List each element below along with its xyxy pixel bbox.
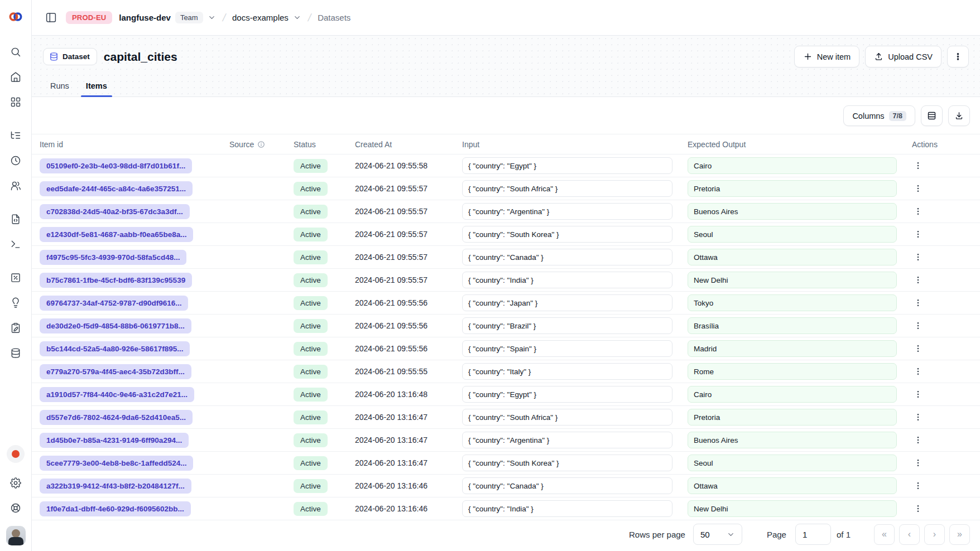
rows-per-page-select[interactable]: 50 <box>693 524 742 545</box>
table-row[interactable]: d557e7d6-7802-4624-9da6-52d410ea5... Act… <box>32 406 980 429</box>
table-row[interactable]: 1f0e7da1-dbff-4e60-929d-f6095602bb... Ac… <box>32 497 980 520</box>
table-row[interactable]: e12430df-5e81-4687-aabb-f0ea65be8a... Ac… <box>32 223 980 246</box>
input-cell[interactable]: { "country": "Brazil" } <box>462 317 672 334</box>
expected-output-cell[interactable]: New Delhi <box>688 500 897 517</box>
input-cell[interactable]: { "country": "South Africa" } <box>462 180 672 197</box>
export-download-button[interactable] <box>948 105 970 126</box>
item-id-link[interactable]: de30d2e0-f5d9-4854-88b6-0619771b8... <box>40 318 191 334</box>
users-icon[interactable] <box>4 173 27 198</box>
playground-terminal-icon[interactable] <box>4 231 27 257</box>
input-cell[interactable]: { "country": "Japan" } <box>462 294 672 311</box>
columns-button[interactable]: Columns 7/8 <box>843 105 915 126</box>
row-actions-button[interactable] <box>910 226 926 242</box>
recording-indicator[interactable] <box>7 445 25 463</box>
expected-output-cell[interactable]: Cairo <box>688 386 897 403</box>
expected-output-cell[interactable]: Seoul <box>688 226 897 243</box>
item-id-link[interactable]: 1d45b0e7-b85a-4231-9149-6ff90a294... <box>40 433 189 448</box>
sessions-clock-icon[interactable] <box>4 148 27 173</box>
expected-output-cell[interactable]: Tokyo <box>688 294 897 311</box>
table-row[interactable]: de30d2e0-f5d9-4854-88b6-0619771b8... Act… <box>32 315 980 337</box>
table-row[interactable]: 69764737-34af-4752-9787-d90df9616... Act… <box>32 292 980 315</box>
table-row[interactable]: eed5dafe-244f-465c-a84c-4a6e357251... Ac… <box>32 177 980 200</box>
input-cell[interactable]: { "country": "India" } <box>462 500 672 517</box>
expected-output-cell[interactable]: Ottawa <box>688 249 897 265</box>
tab-runs[interactable]: Runs <box>43 76 76 96</box>
new-item-button[interactable]: New item <box>794 46 859 67</box>
table-row[interactable]: 1d45b0e7-b85a-4231-9149-6ff90a294... Act… <box>32 429 980 452</box>
expected-output-cell[interactable]: Cairo <box>688 157 897 174</box>
input-cell[interactable]: { "country": "South Korea" } <box>462 455 672 471</box>
insights-lightbulb-icon[interactable] <box>4 290 27 315</box>
input-cell[interactable]: { "country": "South Korea" } <box>462 226 672 243</box>
table-row[interactable]: f4975c95-5fc3-4939-970d-58fa5cd48... Act… <box>32 246 980 269</box>
table-row[interactable]: b5c144cd-52a5-4a80-926e-58617f895... Act… <box>32 337 980 360</box>
prompts-icon[interactable] <box>4 206 27 231</box>
row-actions-button[interactable] <box>910 249 926 265</box>
langfuse-logo-icon[interactable] <box>8 9 23 26</box>
expected-output-cell[interactable]: Buenos Aires <box>688 203 897 220</box>
previous-page-button[interactable]: ‹ <box>899 524 920 545</box>
expected-output-cell[interactable]: Rome <box>688 363 897 380</box>
table-row[interactable]: e779a270-579a-4f45-aec4-35b72d3bff... Ac… <box>32 360 980 383</box>
search-icon[interactable] <box>4 39 27 64</box>
project-selector[interactable]: docs-examples <box>232 13 301 22</box>
tab-items[interactable]: Items <box>79 76 114 96</box>
row-actions-button[interactable] <box>910 341 926 356</box>
support-lifebuoy-icon[interactable] <box>4 495 27 520</box>
settings-gear-icon[interactable] <box>4 470 27 495</box>
item-id-link[interactable]: a1910d57-7f84-440c-9e46-a31c2d7e21... <box>40 387 194 402</box>
dashboards-icon[interactable] <box>4 89 27 114</box>
input-cell[interactable]: { "country": "South Africa" } <box>462 409 672 426</box>
row-height-button[interactable] <box>921 105 943 126</box>
input-cell[interactable]: { "country": "India" } <box>462 272 672 288</box>
table-row[interactable]: a1910d57-7f84-440c-9e46-a31c2d7e21... Ac… <box>32 383 980 406</box>
table-row[interactable]: 5cee7779-3e00-4eb8-be8c-1affedd524... Ac… <box>32 452 980 475</box>
item-id-link[interactable]: e12430df-5e81-4687-aabb-f0ea65be8a... <box>40 227 193 242</box>
expected-output-cell[interactable]: Pretoria <box>688 409 897 426</box>
expected-output-cell[interactable]: Brasília <box>688 317 897 334</box>
upload-csv-button[interactable]: Upload CSV <box>865 46 941 67</box>
table-row[interactable]: c702838d-24d5-40a2-bf35-67dc3a3df... Act… <box>32 200 980 223</box>
item-id-link[interactable]: 05109ef0-2e3b-4e03-98dd-8f7d01b61f... <box>40 158 192 173</box>
item-id-link[interactable]: f4975c95-5fc3-4939-970d-58fa5cd48... <box>40 250 186 265</box>
table-row[interactable]: b75c7861-1fbe-45cf-bdf6-83f139c95539 Act… <box>32 269 980 292</box>
item-id-link[interactable]: b5c144cd-52a5-4a80-926e-58617f895... <box>40 341 190 356</box>
row-actions-button[interactable] <box>910 501 926 516</box>
annotation-clipboard-icon[interactable] <box>4 315 27 340</box>
next-page-button[interactable]: › <box>924 524 945 545</box>
row-actions-button[interactable] <box>910 272 926 288</box>
item-id-link[interactable]: b75c7861-1fbe-45cf-bdf6-83f139c95539 <box>40 273 192 288</box>
expected-output-cell[interactable]: Madrid <box>688 340 897 357</box>
input-cell[interactable]: { "country": "Egypt" } <box>462 386 672 403</box>
input-cell[interactable]: { "country": "Canada" } <box>462 249 672 265</box>
expected-output-cell[interactable]: Buenos Aires <box>688 432 897 448</box>
breadcrumb-section[interactable]: Datasets <box>318 13 350 22</box>
item-id-link[interactable]: c702838d-24d5-40a2-bf35-67dc3a3df... <box>40 204 190 219</box>
first-page-button[interactable]: « <box>874 524 895 545</box>
row-actions-button[interactable] <box>910 409 926 425</box>
sidebar-toggle-icon[interactable] <box>43 9 59 26</box>
page-actions-menu-button[interactable] <box>947 46 969 67</box>
row-actions-button[interactable] <box>910 158 926 173</box>
expected-output-cell[interactable]: Pretoria <box>688 180 897 197</box>
row-actions-button[interactable] <box>910 364 926 379</box>
input-cell[interactable]: { "country": "Canada" } <box>462 477 672 494</box>
expected-output-cell[interactable]: New Delhi <box>688 272 897 288</box>
row-actions-button[interactable] <box>910 181 926 196</box>
org-selector[interactable]: langfuse-dev Team <box>119 12 215 23</box>
item-id-link[interactable]: e779a270-579a-4f45-aec4-35b72d3bff... <box>40 364 191 379</box>
table-row[interactable]: a322b319-9412-4f43-b8f2-b20484127f... Ac… <box>32 475 980 497</box>
input-cell[interactable]: { "country": "Egypt" } <box>462 157 672 174</box>
info-icon[interactable] <box>257 141 265 148</box>
datasets-database-icon[interactable] <box>4 340 27 365</box>
input-cell[interactable]: { "country": "Italy" } <box>462 363 672 380</box>
input-cell[interactable]: { "country": "Argentina" } <box>462 203 672 220</box>
item-id-link[interactable]: 5cee7779-3e00-4eb8-be8c-1affedd524... <box>40 456 193 471</box>
item-id-link[interactable]: a322b319-9412-4f43-b8f2-b20484127f... <box>40 478 191 494</box>
input-cell[interactable]: { "country": "Argentina" } <box>462 432 672 448</box>
row-actions-button[interactable] <box>910 432 926 448</box>
row-actions-button[interactable] <box>910 295 926 311</box>
row-actions-button[interactable] <box>910 318 926 334</box>
expected-output-cell[interactable]: Ottawa <box>688 477 897 494</box>
row-actions-button[interactable] <box>910 386 926 402</box>
